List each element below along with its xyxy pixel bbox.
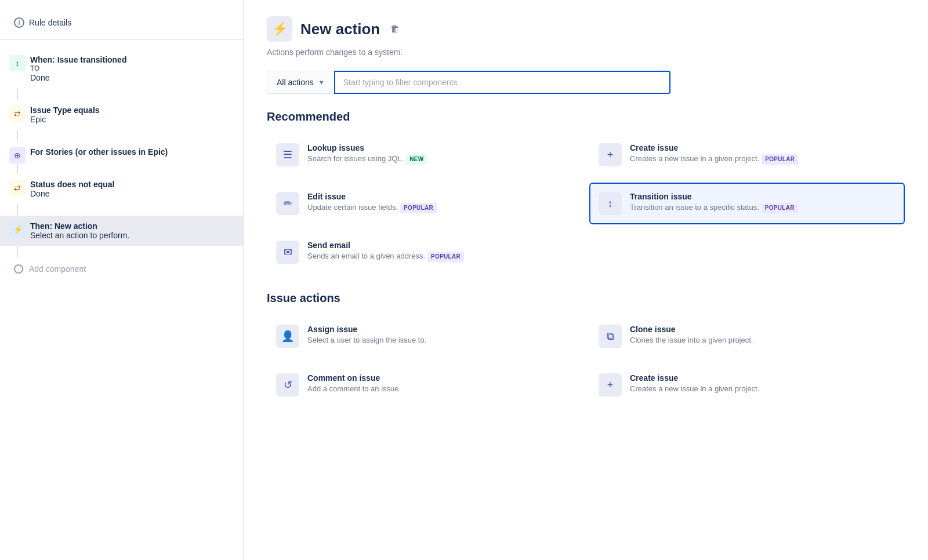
all-actions-dropdown[interactable]: All actions ▼	[267, 71, 334, 94]
section-issue-actions: Issue actions👤Assign issueSelect a user …	[267, 292, 905, 406]
action-icon-transition-issue: ↕	[599, 192, 622, 215]
action-badge-edit-issue: POPULAR	[400, 203, 437, 213]
action-icon-create-issue-2: +	[599, 373, 622, 397]
action-icon-clone-issue: ⧉	[599, 325, 622, 348]
action-desc-clone-issue: Clones the issue into a given project.	[630, 335, 896, 346]
action-card-assign-issue[interactable]: 👤Assign issueSelect a user to assign the…	[267, 315, 582, 357]
action-card-create-issue[interactable]: +Create issueCreates a new issue in a gi…	[589, 134, 905, 176]
action-desc-transition-issue: Transition an issue to a specific status…	[630, 202, 896, 213]
action-desc-assign-issue: Select a user to assign the issue to.	[307, 335, 573, 346]
filter-row: All actions ▼	[267, 71, 905, 94]
action-desc-comment-on-issue: Add a comment to an issue.	[307, 384, 573, 394]
action-title-lookup-issues: Lookup issues	[307, 143, 573, 152]
chevron-down-icon: ▼	[318, 79, 325, 86]
action-content-edit-issue: Edit issueUpdate certain issue fields.PO…	[307, 192, 573, 213]
action-title-send-email: Send email	[307, 241, 573, 250]
action-icon-edit-issue: ✏	[276, 192, 299, 215]
action-title-create-issue-2: Create issue	[630, 373, 896, 383]
sidebar-item-value-action: Select an action to perform.	[30, 231, 229, 240]
main-header: ⚡ New action 🗑	[267, 16, 905, 42]
sidebar-item-value-when: Done	[30, 73, 229, 82]
subtitle: Actions perform changes to a system.	[267, 48, 905, 57]
action-title-create-issue: Create issue	[630, 143, 896, 152]
action-badge-lookup-issues: NEW	[406, 154, 427, 165]
action-icon-send-email: ✉	[276, 241, 299, 264]
rule-details-label: Rule details	[29, 18, 71, 27]
sidebar-item-title-condition2: Status does not equal	[30, 180, 229, 189]
action-card-comment-on-issue[interactable]: ↺Comment on issueAdd a comment to an iss…	[267, 364, 582, 406]
action-title-assign-issue: Assign issue	[307, 325, 573, 334]
action-desc-edit-issue: Update certain issue fields.POPULAR	[307, 202, 573, 213]
action-desc-create-issue: Creates a new issue in a given project.P…	[630, 154, 896, 165]
filter-input[interactable]	[334, 71, 670, 94]
sidebar-item-icon-condition2: ⇄	[9, 180, 26, 196]
action-card-lookup-issues[interactable]: ☰Lookup issuesSearch for issues using JQ…	[267, 134, 582, 176]
add-component-button[interactable]: Add component	[0, 257, 243, 281]
sidebar-item-icon-condition1: ⇄	[9, 106, 26, 122]
sidebar-item-title-for: For Stories (or other issues in Epic)	[30, 147, 229, 157]
connector-line	[17, 246, 18, 257]
sidebar-item-action[interactable]: ⚡Then: New actionSelect an action to per…	[0, 216, 243, 246]
sidebar-item-sub-when: TO	[30, 64, 229, 72]
action-title-transition-issue: Transition issue	[630, 192, 896, 201]
action-content-assign-issue: Assign issueSelect a user to assign the …	[307, 325, 573, 346]
main-content: ⚡ New action 🗑 Actions perform changes t…	[244, 0, 928, 560]
action-desc-send-email: Sends an email to a given address.POPULA…	[307, 251, 573, 262]
action-icon-assign-issue: 👤	[276, 325, 299, 348]
action-card-send-email[interactable]: ✉Send emailSends an email to a given add…	[267, 231, 582, 273]
sidebar-item-for[interactable]: ⊕For Stories (or other issues in Epic)	[0, 141, 243, 162]
sidebar-item-condition2[interactable]: ⇄Status does not equalDone	[0, 174, 243, 204]
section-recommended: Recommended☰Lookup issuesSearch for issu…	[267, 110, 905, 273]
action-content-send-email: Send emailSends an email to a given addr…	[307, 241, 573, 262]
add-component-circle-icon	[14, 264, 23, 274]
action-title-comment-on-issue: Comment on issue	[307, 373, 573, 383]
action-content-comment-on-issue: Comment on issueAdd a comment to an issu…	[307, 373, 573, 394]
delete-icon[interactable]: 🗑	[390, 24, 400, 34]
sidebar-item-when[interactable]: ↕When: Issue transitionedTODone	[0, 49, 243, 88]
action-content-clone-issue: Clone issueClones the issue into a given…	[630, 325, 896, 346]
action-badge-transition-issue: POPULAR	[762, 203, 798, 213]
action-content-create-issue: Create issueCreates a new issue in a giv…	[630, 143, 896, 165]
section-title-recommended: Recommended	[267, 110, 905, 123]
action-icon-lookup-issues: ☰	[276, 143, 299, 166]
action-card-clone-issue[interactable]: ⧉Clone issueClones the issue into a give…	[589, 315, 905, 357]
sidebar-item-icon-for: ⊕	[9, 147, 26, 163]
action-icon-comment-on-issue: ↺	[276, 373, 299, 397]
info-icon: i	[14, 17, 24, 28]
sidebar-item-icon-action: ⚡	[9, 221, 26, 238]
action-content-create-issue-2: Create issueCreates a new issue in a giv…	[630, 373, 896, 394]
connector-line	[17, 204, 18, 216]
dropdown-label: All actions	[277, 78, 314, 87]
action-desc-lookup-issues: Search for issues using JQL.NEW	[307, 154, 573, 165]
action-card-create-issue-2[interactable]: +Create issueCreates a new issue in a gi…	[589, 364, 905, 406]
connector-line	[17, 162, 18, 174]
action-title-clone-issue: Clone issue	[630, 325, 896, 334]
connector-line	[17, 130, 18, 141]
sidebar-item-condition1[interactable]: ⇄Issue Type equalsEpic	[0, 100, 243, 130]
sidebar: i Rule details ↕When: Issue transitioned…	[0, 0, 244, 560]
action-badge-send-email: POPULAR	[427, 252, 464, 262]
action-grid-recommended: ☰Lookup issuesSearch for issues using JQ…	[267, 134, 905, 273]
sidebar-item-value-condition1: Epic	[30, 115, 229, 124]
page-title: New action	[300, 20, 380, 38]
sidebar-item-title-when: When: Issue transitioned	[30, 55, 229, 64]
action-badge-create-issue: POPULAR	[762, 154, 798, 165]
sidebar-item-title-condition1: Issue Type equals	[30, 106, 229, 115]
new-action-icon: ⚡	[267, 16, 292, 42]
section-title-issue-actions: Issue actions	[267, 292, 905, 305]
action-card-edit-issue[interactable]: ✏Edit issueUpdate certain issue fields.P…	[267, 183, 582, 224]
action-content-lookup-issues: Lookup issuesSearch for issues using JQL…	[307, 143, 573, 165]
action-desc-create-issue-2: Creates a new issue in a given project.	[630, 384, 896, 394]
add-component-label: Add component	[29, 264, 86, 274]
action-title-edit-issue: Edit issue	[307, 192, 573, 201]
rule-details-item[interactable]: i Rule details	[0, 12, 243, 40]
sidebar-item-value-condition2: Done	[30, 189, 229, 198]
connector-line	[17, 88, 18, 100]
sidebar-item-title-action: Then: New action	[30, 221, 229, 231]
sidebar-item-icon-when: ↕	[9, 55, 26, 71]
action-card-transition-issue[interactable]: ↕Transition issueTransition an issue to …	[589, 183, 905, 224]
action-content-transition-issue: Transition issueTransition an issue to a…	[630, 192, 896, 213]
action-grid-issue-actions: 👤Assign issueSelect a user to assign the…	[267, 315, 905, 406]
action-icon-create-issue: +	[599, 143, 622, 166]
